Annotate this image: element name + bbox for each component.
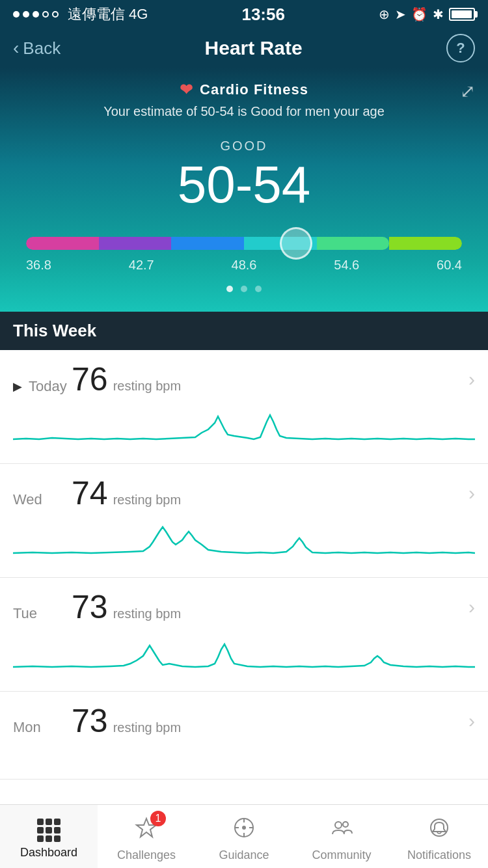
page-dot-3	[255, 286, 262, 292]
dot2	[23, 11, 29, 18]
challenges-label: Challenges	[117, 848, 176, 862]
nav-item-dashboard[interactable]: Dashboard	[0, 805, 98, 868]
dashboard-label: Dashboard	[20, 846, 77, 860]
today-label: ▶ Today	[13, 378, 72, 395]
svg-point-2	[242, 826, 246, 830]
hero-section: ⤢ ❤ Cardio Fitness Your estimate of 50-5…	[0, 68, 488, 312]
tue-label: Tue	[13, 605, 72, 622]
status-left: 遠傳電信 4G	[13, 5, 148, 24]
today-chart	[13, 403, 475, 455]
back-chevron-icon: ‹	[13, 38, 19, 59]
community-label: Community	[312, 848, 371, 862]
today-arrow-icon: ▶	[13, 379, 22, 394]
back-label: Back	[23, 38, 61, 59]
expand-button[interactable]: ⤢	[460, 81, 475, 102]
guidance-icon	[232, 816, 256, 845]
today-text: Today	[29, 378, 67, 395]
wed-bpm: 74	[72, 474, 108, 512]
tue-chart	[13, 631, 475, 683]
wed-label: Wed	[13, 491, 72, 508]
gauge-bar	[26, 237, 462, 250]
tue-chart-svg	[13, 631, 475, 683]
help-label: ?	[456, 40, 465, 57]
notifications-icon	[427, 816, 451, 845]
location-icon: ➤	[395, 7, 406, 22]
status-right: ⊕ ➤ ⏰ ✱	[379, 7, 475, 22]
today-chart-svg	[13, 403, 475, 455]
wed-chart	[13, 517, 475, 569]
wed-text: Wed	[13, 491, 42, 508]
day-row-tue[interactable]: Tue 73 resting bpm ›	[0, 578, 488, 692]
today-chevron-icon: ›	[468, 368, 475, 390]
mon-text: Mon	[13, 719, 41, 736]
bottom-nav: Dashboard 1 Challenges Guidance	[0, 804, 488, 868]
alarm-icon: ⏰	[411, 7, 427, 22]
fitness-score-label: GOOD	[20, 139, 468, 154]
dot4	[42, 11, 49, 18]
gauge-container: 36.8 42.7 48.6 54.6 60.4	[26, 237, 462, 273]
wed-chevron-icon: ›	[468, 482, 475, 504]
back-button[interactable]: ‹ Back	[13, 38, 61, 59]
gauge-label-5: 60.4	[437, 258, 462, 273]
this-week-title: This Week	[13, 321, 96, 340]
gauge-seg-3	[171, 237, 244, 250]
mon-chevron-icon: ›	[468, 710, 475, 732]
this-week-header: This Week	[0, 312, 488, 350]
svg-point-8	[343, 822, 348, 827]
mon-label: Mon	[13, 719, 72, 736]
cardio-fitness-label: ❤ Cardio Fitness	[20, 81, 468, 99]
status-bar: 遠傳電信 4G 13:56 ⊕ ➤ ⏰ ✱	[0, 0, 488, 29]
page-dots	[20, 286, 468, 292]
mon-bpm: 73	[72, 702, 108, 740]
guidance-label: Guidance	[219, 848, 269, 862]
cardio-label: Cardio Fitness	[200, 81, 308, 98]
tue-chevron-icon: ›	[468, 596, 475, 618]
dot1	[13, 11, 20, 18]
gauge-seg-1	[26, 237, 99, 250]
challenges-badge: 1	[150, 811, 166, 826]
community-icon	[330, 816, 353, 845]
tue-text: Tue	[13, 605, 37, 622]
gauge-seg-6	[389, 237, 462, 250]
gauge-label-3: 48.6	[232, 258, 257, 273]
tue-bpm: 73	[72, 588, 108, 626]
day-row-wed[interactable]: Wed 74 resting bpm ›	[0, 464, 488, 578]
today-bpm: 76	[72, 360, 108, 398]
dashboard-icon	[37, 819, 61, 842]
help-button[interactable]: ?	[446, 34, 475, 62]
status-time: 13:56	[241, 5, 285, 25]
dot5	[52, 11, 59, 18]
network-label: 4G	[129, 6, 148, 23]
nav-item-community[interactable]: Community	[293, 805, 390, 868]
heart-icon: ❤	[180, 81, 193, 99]
page-title: Heart Rate	[205, 37, 303, 59]
day-row-mon[interactable]: Mon 73 resting bpm ›	[0, 692, 488, 780]
svg-point-7	[335, 822, 342, 828]
gauge-label-4: 54.6	[334, 258, 359, 273]
dot3	[33, 11, 39, 18]
wed-chart-svg	[13, 517, 475, 569]
bluetooth-icon: ✱	[433, 7, 444, 22]
day-row-today[interactable]: ▶ Today 76 resting bpm ›	[0, 350, 488, 464]
gauge-seg-2	[99, 237, 172, 250]
today-bpm-label: resting bpm	[113, 379, 182, 394]
fitness-score: 50-54	[20, 159, 468, 211]
mon-bpm-label: resting bpm	[113, 720, 182, 735]
battery-icon	[449, 8, 475, 21]
page-dot-1	[226, 286, 233, 292]
gauge-marker	[280, 227, 312, 260]
page-header: ‹ Back Heart Rate ?	[0, 29, 488, 68]
gauge-label-2: 42.7	[129, 258, 154, 273]
nav-item-guidance[interactable]: Guidance	[195, 805, 293, 868]
cardio-subtitle: Your estimate of 50-54 is Good for men y…	[20, 104, 468, 119]
carrier-label: 遠傳電信	[68, 5, 125, 24]
tue-bpm-label: resting bpm	[113, 606, 182, 621]
page-dot-2	[241, 286, 247, 292]
nav-item-notifications[interactable]: Notifications	[390, 805, 488, 868]
signal-dots	[13, 11, 59, 18]
wed-bpm-label: resting bpm	[113, 493, 182, 508]
gauge-labels: 36.8 42.7 48.6 54.6 60.4	[26, 258, 462, 273]
lock-icon: ⊕	[379, 7, 390, 22]
mon-chart	[13, 745, 475, 771]
nav-item-challenges[interactable]: 1 Challenges	[98, 805, 195, 868]
